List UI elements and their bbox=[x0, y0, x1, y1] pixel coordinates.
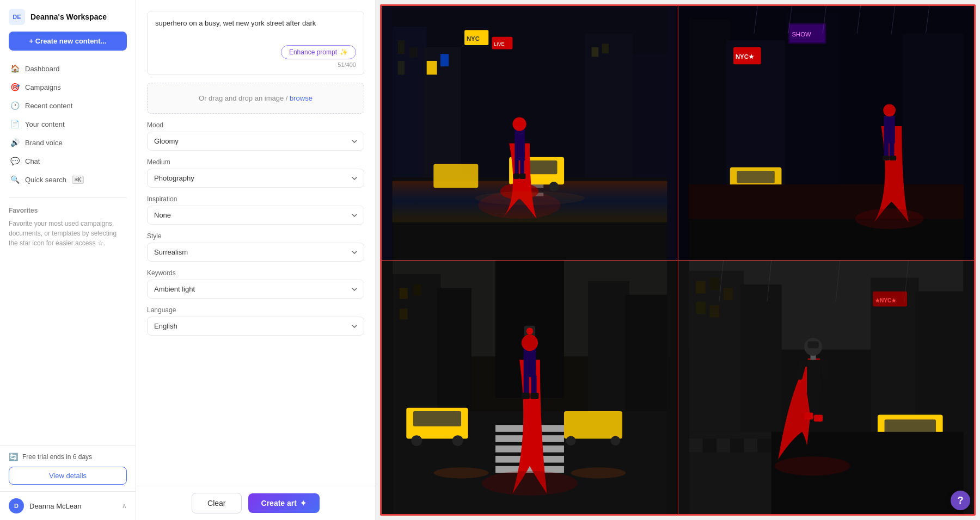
enhance-prompt-button[interactable]: Enhance prompt ✨ bbox=[281, 45, 356, 59]
keywords-select[interactable]: Ambient light Bokeh Golden hour bbox=[147, 280, 364, 299]
style-select[interactable]: Surrealism Realism Impressionism bbox=[147, 243, 364, 262]
svg-rect-39 bbox=[902, 33, 964, 198]
svg-rect-71 bbox=[413, 284, 421, 295]
svg-text:LIVE: LIVE bbox=[494, 41, 504, 47]
svg-rect-54 bbox=[890, 142, 895, 157]
style-group: Style Surrealism Realism Impressionism bbox=[147, 232, 364, 262]
prompt-box: superhero on a busy, wet new york street… bbox=[147, 11, 364, 75]
svg-rect-92 bbox=[524, 348, 536, 377]
help-button[interactable]: ? bbox=[951, 491, 970, 510]
sidebar-item-label-dashboard: Dashboard bbox=[25, 65, 60, 73]
sidebar-item-dashboard[interactable]: 🏠 Dashboard bbox=[4, 59, 131, 78]
sidebar-item-label-campaigns: Campaigns bbox=[25, 83, 61, 91]
svg-rect-29 bbox=[514, 158, 519, 176]
sidebar-item-recent-content[interactable]: 🕐 Recent content bbox=[4, 96, 131, 115]
keywords-group: Keywords Ambient light Bokeh Golden hour bbox=[147, 269, 364, 299]
svg-rect-27 bbox=[514, 129, 525, 160]
mood-select[interactable]: Gloomy Happy Dramatic Romantic Mysteriou… bbox=[147, 132, 364, 151]
trial-banner: 🔄 Free trial ends in 6 days bbox=[9, 453, 127, 461]
medium-label: Medium bbox=[147, 158, 364, 166]
svg-point-93 bbox=[522, 335, 538, 351]
medium-select[interactable]: Photography Painting Digital art bbox=[147, 169, 364, 188]
svg-rect-96 bbox=[522, 393, 530, 399]
mood-group: Mood Gloomy Happy Dramatic Romantic Myst… bbox=[147, 121, 364, 151]
svg-rect-121 bbox=[703, 438, 716, 452]
svg-rect-56 bbox=[890, 156, 897, 160]
create-art-label: Create art bbox=[261, 499, 297, 507]
gallery-image-2[interactable]: NYC★ SHOW bbox=[678, 6, 974, 260]
svg-rect-13 bbox=[585, 33, 633, 198]
view-details-button[interactable]: View details bbox=[9, 467, 127, 485]
user-name: Deanna McLean bbox=[29, 502, 117, 510]
svg-rect-130 bbox=[814, 414, 823, 422]
create-new-content-button[interactable]: + Create new content... bbox=[9, 32, 127, 51]
sidebar-divider bbox=[9, 197, 127, 198]
svg-point-100 bbox=[571, 467, 626, 478]
bottom-action-bar: Clear Create art ✦ bbox=[136, 486, 375, 520]
svg-point-34 bbox=[475, 191, 585, 205]
svg-rect-50 bbox=[689, 184, 964, 219]
drop-zone-text: Or drag and drop an image / bbox=[199, 94, 290, 102]
svg-rect-109 bbox=[709, 305, 719, 318]
svg-rect-2 bbox=[398, 40, 405, 54]
sidebar-footer: 🔄 Free trial ends in 6 days View details bbox=[0, 445, 136, 491]
sidebar-header: DE Deanna's Workspace bbox=[0, 0, 136, 32]
svg-point-98 bbox=[482, 471, 578, 496]
favorites-section: Favorites Favorite your most used campai… bbox=[0, 202, 136, 252]
svg-rect-14 bbox=[633, 54, 667, 198]
svg-rect-46 bbox=[737, 171, 774, 183]
svg-rect-123 bbox=[730, 438, 744, 452]
gallery-image-3[interactable] bbox=[382, 260, 678, 514]
trial-icon: 🔄 bbox=[9, 453, 18, 461]
svg-rect-107 bbox=[724, 288, 733, 300]
gallery-image-1[interactable]: NYC LIVE bbox=[382, 6, 678, 260]
workspace-avatar: DE bbox=[9, 9, 25, 25]
svg-rect-108 bbox=[696, 302, 706, 314]
browse-link[interactable]: browse bbox=[290, 94, 313, 102]
svg-rect-30 bbox=[520, 158, 524, 176]
svg-rect-94 bbox=[524, 376, 529, 395]
svg-rect-4 bbox=[409, 47, 418, 58]
create-art-button[interactable]: Create art ✦ bbox=[248, 493, 320, 513]
svg-point-76 bbox=[526, 327, 534, 335]
language-label: Language bbox=[147, 306, 364, 314]
svg-point-87 bbox=[411, 435, 422, 446]
prompt-text[interactable]: superhero on a busy, wet new york street… bbox=[155, 18, 356, 40]
svg-text:SHOW: SHOW bbox=[792, 31, 811, 38]
char-count: 51/400 bbox=[155, 61, 356, 68]
gallery-image-4[interactable]: ★NYC★ bbox=[678, 260, 974, 514]
quick-search-shortcut: ⌘K bbox=[72, 176, 84, 184]
keywords-label: Keywords bbox=[147, 269, 364, 277]
sidebar-item-campaigns[interactable]: 🎯 Campaigns bbox=[4, 78, 131, 96]
svg-rect-126 bbox=[807, 356, 820, 394]
sidebar-item-label-recent-content: Recent content bbox=[25, 102, 72, 110]
dashboard-icon: 🏠 bbox=[10, 64, 20, 73]
sidebar-item-your-content[interactable]: 📄 Your content bbox=[4, 115, 131, 133]
sidebar-item-quick-search[interactable]: 🔍 Quick search ⌘K bbox=[4, 170, 131, 189]
image-gallery: NYC LIVE bbox=[380, 4, 976, 516]
svg-rect-15 bbox=[592, 47, 599, 57]
svg-rect-23 bbox=[433, 164, 478, 188]
clear-button[interactable]: Clear bbox=[192, 493, 241, 513]
svg-rect-51 bbox=[884, 116, 895, 143]
svg-rect-31 bbox=[513, 174, 519, 179]
inspiration-select[interactable]: None Cinematic Abstract bbox=[147, 206, 364, 225]
nav-section: 🏠 Dashboard 🎯 Campaigns 🕐 Recent content… bbox=[0, 59, 136, 193]
language-select[interactable]: English Spanish French bbox=[147, 317, 364, 336]
mood-label: Mood bbox=[147, 121, 364, 129]
svg-rect-106 bbox=[709, 277, 719, 290]
svg-point-91 bbox=[611, 436, 621, 445]
favorites-description: Favorite your most used campaigns, docum… bbox=[9, 219, 127, 248]
content-panel: superhero on a busy, wet new york street… bbox=[136, 0, 376, 520]
svg-rect-129 bbox=[804, 413, 813, 420]
sidebar-item-brand-voice[interactable]: 🔊 Brand voice bbox=[4, 133, 131, 152]
svg-rect-105 bbox=[696, 281, 706, 294]
trial-text: Free trial ends in 6 days bbox=[22, 453, 92, 461]
svg-rect-86 bbox=[413, 411, 461, 426]
sidebar: DE Deanna's Workspace + Create new conte… bbox=[0, 0, 136, 520]
workspace-name: Deanna's Workspace bbox=[30, 13, 107, 21]
svg-rect-7 bbox=[440, 54, 449, 66]
sidebar-item-chat[interactable]: 💬 Chat bbox=[4, 152, 131, 170]
svg-point-90 bbox=[566, 436, 576, 445]
drop-zone[interactable]: Or drag and drop an image / browse bbox=[147, 83, 364, 114]
